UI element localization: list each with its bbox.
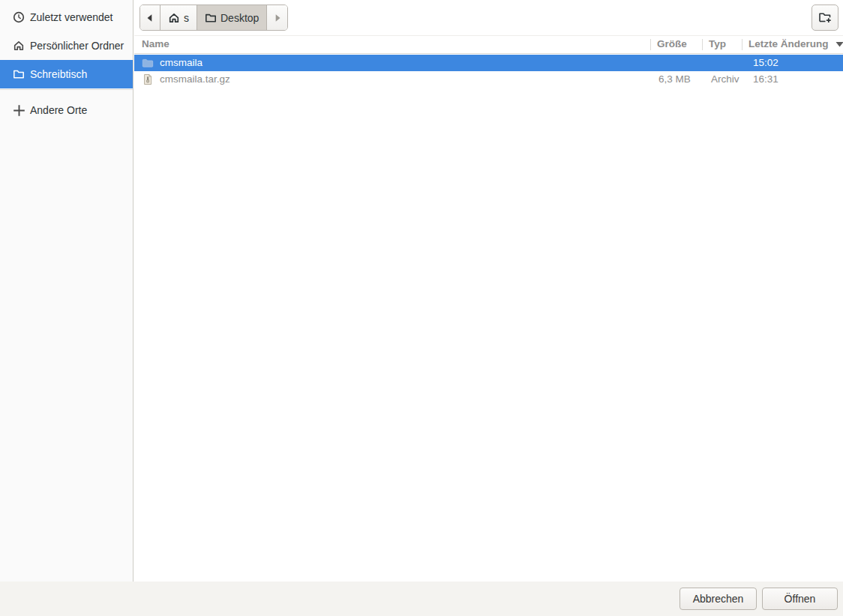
column-divider xyxy=(702,39,703,50)
file-name: cmsmaila xyxy=(160,57,202,68)
column-header-modified[interactable]: Letzte Änderung xyxy=(748,38,843,49)
folder-icon xyxy=(142,57,154,69)
sidebar-item-label: Persönlicher Ordner xyxy=(29,40,124,52)
archive-file-icon xyxy=(142,73,154,85)
sidebar-item-label: Andere Orte xyxy=(29,104,87,116)
new-folder-icon xyxy=(818,11,832,24)
file-modified: 16:31 xyxy=(753,73,778,85)
sidebar: Zuletzt verwendet Persönlicher Ordner Sc… xyxy=(0,0,134,582)
file-size: 6,3 MB xyxy=(658,73,691,85)
file-modified: 15:02 xyxy=(753,57,778,68)
file-type: Archiv xyxy=(711,73,740,85)
back-arrow-icon xyxy=(144,12,156,24)
clock-icon xyxy=(12,10,26,24)
sidebar-item-home[interactable]: Persönlicher Ordner xyxy=(0,31,133,60)
column-header-size[interactable]: Größe xyxy=(657,38,687,49)
file-browser-main: s Desktop xyxy=(134,0,843,582)
open-button[interactable]: Öffnen xyxy=(762,588,838,610)
plus-icon xyxy=(12,103,26,117)
file-name: cmsmaila.tar.gz xyxy=(160,73,230,85)
dialog-action-bar: Abbrechen Öffnen xyxy=(0,582,843,616)
forward-arrow-icon xyxy=(272,12,284,24)
column-divider xyxy=(650,39,651,50)
sidebar-item-other-locations[interactable]: Andere Orte xyxy=(0,96,133,124)
list-header: Name Größe Typ Letzte Änderung xyxy=(134,35,843,54)
path-bar: s Desktop xyxy=(140,4,288,31)
file-row-cmsmaila[interactable]: cmsmaila 15:02 xyxy=(134,55,843,71)
home-icon xyxy=(168,12,180,24)
column-divider xyxy=(742,39,742,50)
forward-button[interactable] xyxy=(267,5,287,30)
sidebar-item-label: Schreibtisch xyxy=(29,68,87,80)
cancel-button[interactable]: Abbrechen xyxy=(680,588,757,610)
sort-descending-icon xyxy=(836,41,843,47)
folder-icon xyxy=(205,12,217,24)
path-desktop-button[interactable]: Desktop xyxy=(197,5,267,30)
home-icon xyxy=(12,39,26,52)
path-desktop-label: Desktop xyxy=(220,12,259,24)
sidebar-item-recent[interactable]: Zuletzt verwendet xyxy=(0,3,133,31)
path-home-button[interactable]: s xyxy=(160,5,197,30)
sidebar-item-desktop[interactable]: Schreibtisch xyxy=(0,60,133,88)
sidebar-item-label: Zuletzt verwendet xyxy=(29,11,113,23)
path-toolbar: s Desktop xyxy=(134,0,843,35)
column-header-name[interactable]: Name xyxy=(142,38,170,49)
new-folder-button[interactable] xyxy=(812,4,838,31)
path-home-label: s xyxy=(184,12,189,24)
column-header-type[interactable]: Typ xyxy=(709,38,726,49)
file-row-cmsmaila-tar-gz[interactable]: cmsmaila.tar.gz 6,3 MB Archiv 16:31 xyxy=(134,71,843,88)
back-button[interactable] xyxy=(140,5,160,30)
sidebar-separator xyxy=(0,89,133,90)
folder-icon xyxy=(12,67,26,81)
